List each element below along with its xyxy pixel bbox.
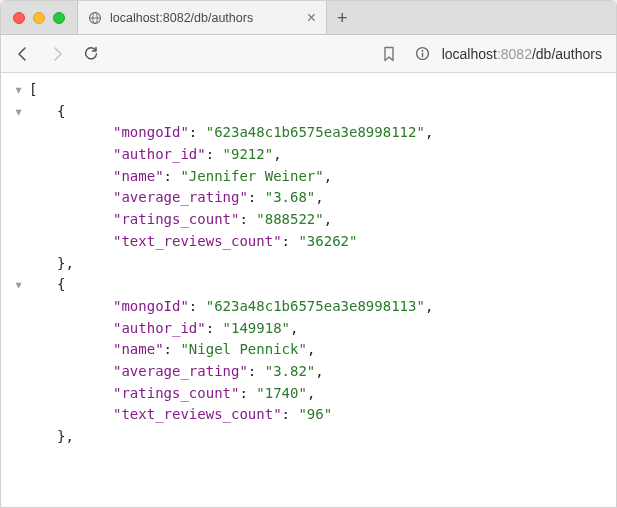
- json-field: "text_reviews_count": "36262": [9, 231, 616, 253]
- json-value: "96": [298, 406, 332, 422]
- address-bar[interactable]: localhost:8082/db/authors: [408, 46, 608, 62]
- json-key: "name": [113, 168, 164, 184]
- json-object-open: ▶{: [9, 274, 616, 296]
- json-field: "ratings_count": "1740",: [9, 383, 616, 405]
- json-key: "author_id": [113, 146, 206, 162]
- svg-point-4: [422, 50, 424, 52]
- json-value: "623a48c1b6575ea3e8998113": [206, 298, 425, 314]
- json-value: "9212": [223, 146, 274, 162]
- json-value: "3.68": [265, 189, 316, 205]
- disclosure-triangle-icon[interactable]: ▶: [11, 88, 27, 94]
- json-key: "text_reviews_count": [113, 233, 282, 249]
- window-controls: [1, 12, 77, 24]
- reload-button[interactable]: [77, 40, 105, 68]
- back-button[interactable]: [9, 40, 37, 68]
- window-close-button[interactable]: [13, 12, 25, 24]
- json-field: "mongoId": "623a48c1b6575ea3e8998112",: [9, 122, 616, 144]
- json-key: "name": [113, 341, 164, 357]
- json-array-open: ▶[: [9, 79, 616, 101]
- forward-button[interactable]: [43, 40, 71, 68]
- new-tab-button[interactable]: +: [327, 9, 358, 27]
- json-value: "623a48c1b6575ea3e8998112": [206, 124, 425, 140]
- json-key: "mongoId": [113, 124, 189, 140]
- window-minimize-button[interactable]: [33, 12, 45, 24]
- json-key: "author_id": [113, 320, 206, 336]
- site-info-icon[interactable]: [410, 46, 436, 61]
- json-field: "author_id": "9212",: [9, 144, 616, 166]
- json-value: "Nigel Pennick": [180, 341, 306, 357]
- json-value: "36262": [298, 233, 357, 249]
- json-field: "name": "Nigel Pennick",: [9, 339, 616, 361]
- json-value: "149918": [223, 320, 290, 336]
- json-value: "888522": [256, 211, 323, 227]
- json-key: "average_rating": [113, 189, 248, 205]
- json-field: "average_rating": "3.68",: [9, 187, 616, 209]
- disclosure-triangle-icon[interactable]: ▶: [11, 109, 27, 115]
- json-key: "average_rating": [113, 363, 248, 379]
- json-value: "3.82": [265, 363, 316, 379]
- json-key: "text_reviews_count": [113, 406, 282, 422]
- json-value: "1740": [256, 385, 307, 401]
- tab-title: localhost:8082/db/authors: [110, 11, 299, 25]
- browser-window: localhost:8082/db/authors × + localhost:…: [0, 0, 617, 508]
- toolbar: localhost:8082/db/authors: [1, 35, 616, 73]
- json-field: "mongoId": "623a48c1b6575ea3e8998113",: [9, 296, 616, 318]
- json-object-close: },: [9, 253, 616, 275]
- url-port: :8082: [497, 46, 532, 62]
- url-path: /db/authors: [532, 46, 602, 62]
- json-viewer: ▶[▶{"mongoId": "623a48c1b6575ea3e8998112…: [1, 73, 616, 507]
- svg-rect-5: [422, 53, 424, 58]
- window-fullscreen-button[interactable]: [53, 12, 65, 24]
- json-field: "name": "Jennifer Weiner",: [9, 166, 616, 188]
- globe-icon: [88, 11, 102, 25]
- browser-tab[interactable]: localhost:8082/db/authors ×: [77, 1, 327, 34]
- json-value: "Jennifer Weiner": [180, 168, 323, 184]
- json-field: "author_id": "149918",: [9, 318, 616, 340]
- tab-bar: localhost:8082/db/authors × +: [1, 1, 616, 35]
- disclosure-triangle-icon[interactable]: ▶: [11, 283, 27, 289]
- url-host: localhost: [442, 46, 497, 62]
- bookmark-icon[interactable]: [376, 46, 402, 62]
- json-object-open: ▶{: [9, 101, 616, 123]
- tab-close-icon[interactable]: ×: [307, 10, 316, 26]
- json-object-close: },: [9, 426, 616, 448]
- json-field: "ratings_count": "888522",: [9, 209, 616, 231]
- json-field: "average_rating": "3.82",: [9, 361, 616, 383]
- json-key: "mongoId": [113, 298, 189, 314]
- json-field: "text_reviews_count": "96": [9, 404, 616, 426]
- json-key: "ratings_count": [113, 385, 239, 401]
- json-key: "ratings_count": [113, 211, 239, 227]
